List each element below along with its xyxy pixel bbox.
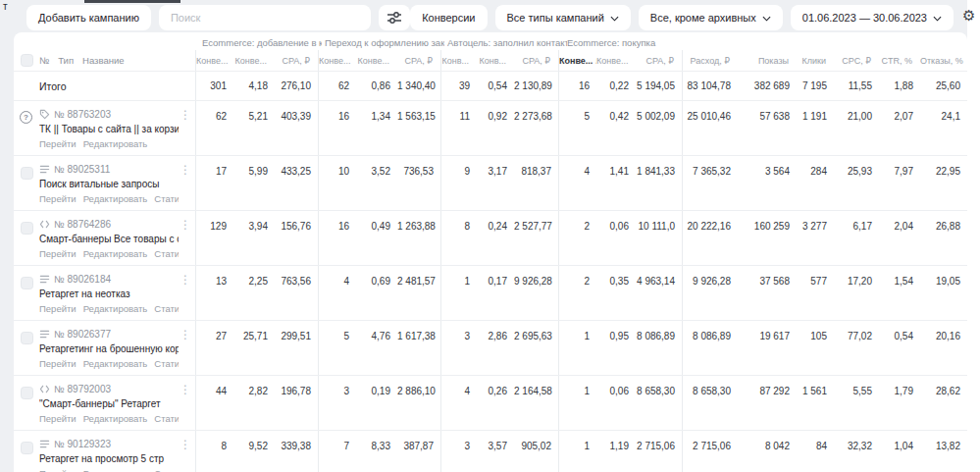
kebab-menu-icon[interactable]: ⋮	[180, 218, 191, 232]
metric-cell: 2 695,63	[514, 321, 559, 375]
campaign-name[interactable]: Ретаргет на неотказ	[39, 288, 179, 299]
archive-filter[interactable]: Все, кроме архивных	[639, 5, 783, 30]
campaign-link[interactable]: Редактировать	[83, 358, 148, 369]
campaign-link[interactable]: Статистика	[154, 358, 179, 369]
campaign-link[interactable]: Редактировать	[83, 248, 148, 259]
campaign-number-line: № 88764286	[39, 219, 179, 230]
metric-column-header[interactable]: Отказы, %	[920, 50, 967, 71]
totals-metric-cell: 1 340,40	[397, 72, 441, 100]
campaign-link[interactable]: Статистика	[154, 413, 179, 424]
metric-cell: 5,99	[233, 156, 275, 210]
campaign-cell: № 89792003"Смарт-баннеры" РетаргетПерейт…	[14, 376, 196, 430]
campaign-link[interactable]: Перейти	[39, 193, 77, 204]
metric-cell: 736,53	[397, 156, 441, 210]
column-header-name[interactable]: Название	[82, 55, 124, 66]
campaign-link[interactable]: Статистика	[154, 248, 179, 259]
metric-column-header[interactable]: Конв...	[441, 50, 477, 71]
scrollbar-track[interactable]	[967, 0, 980, 472]
metric-column-header[interactable]: CPA, ₽	[275, 50, 319, 71]
metric-cell: 129	[196, 211, 233, 265]
metric-column-header[interactable]: Конве...	[196, 50, 233, 71]
campaign-link[interactable]: Редактировать	[83, 193, 148, 204]
group-header-autogoal: Автоцель: заполнил контакт...	[447, 37, 567, 48]
chevron-down-icon	[933, 12, 942, 24]
metric-column-header[interactable]: CPA, ₽	[514, 50, 559, 71]
metric-cell: 2,07	[879, 101, 920, 155]
row-checkbox[interactable]	[21, 442, 33, 454]
totals-metric-cell: 11,55	[834, 72, 879, 100]
kebab-menu-icon[interactable]: ⋮	[180, 273, 191, 287]
campaign-name[interactable]: ТК || Товары с сайта || за корзину	[39, 124, 179, 134]
kebab-menu-icon[interactable]: ⋮	[180, 328, 191, 341]
metric-column-header[interactable]: Конв...	[477, 50, 514, 71]
metric-column-header[interactable]: Показы	[738, 50, 797, 71]
row-checkbox[interactable]	[21, 332, 33, 344]
campaign-link[interactable]: Перейти	[39, 138, 77, 149]
campaign-link[interactable]: Перейти	[39, 358, 77, 369]
date-range-picker[interactable]: 01.06.2023 — 30.06.2023	[791, 5, 954, 30]
select-all-checkbox[interactable]	[21, 54, 33, 67]
campaign-link[interactable]: Перейти	[39, 248, 77, 259]
campaign-row: № 89026184Ретаргет на неотказПерейтиРеда…	[14, 266, 967, 321]
kebab-menu-icon[interactable]: ⋮	[180, 383, 191, 396]
gear-icon[interactable]: ⚙	[962, 7, 975, 25]
campaign-link[interactable]: Перейти	[39, 413, 77, 424]
metric-column-header[interactable]: Конве...	[596, 50, 636, 71]
row-checkbox[interactable]	[21, 167, 33, 180]
campaign-link[interactable]: Редактировать	[83, 413, 148, 424]
campaign-link[interactable]: Перейти	[39, 303, 77, 314]
metric-column-header[interactable]: CTR, %	[879, 50, 920, 71]
metric-column-header[interactable]: CPA, ₽	[397, 50, 441, 71]
metric-cell: 0,06	[596, 211, 636, 265]
metric-cell: 1 617,38	[397, 321, 441, 375]
campaign-link[interactable]: Редактировать	[83, 468, 148, 472]
campaign-name[interactable]: Смарт-баннеры Все товары с сайта лал	[39, 234, 179, 244]
kebab-menu-icon[interactable]: ⋮	[180, 438, 191, 451]
metric-column-header[interactable]: Конве...	[233, 50, 275, 71]
campaign-number-line: № 89792003	[39, 384, 179, 394]
row-checkbox[interactable]	[21, 277, 33, 289]
campaign-links: ПерейтиРедактироватьСтатистика	[39, 358, 179, 369]
metric-cell: 0,54	[879, 321, 920, 375]
metric-column-header[interactable]: CPA, ₽	[636, 50, 683, 71]
campaign-row: № 89026377Ретаргетинг на брошенную корзи…	[14, 321, 967, 376]
search-input[interactable]	[159, 5, 371, 30]
metric-column-header[interactable]: Конве...↓	[559, 50, 596, 71]
row-checkbox[interactable]	[21, 222, 33, 235]
metric-column-header[interactable]: Конве...	[319, 50, 356, 71]
column-header-type[interactable]: Тип	[58, 55, 74, 66]
row-checkbox[interactable]	[21, 387, 33, 399]
campaign-link[interactable]: Редактировать	[83, 138, 148, 149]
metric-cell: 577	[797, 266, 834, 320]
campaign-link[interactable]: Редактировать	[83, 303, 148, 314]
metric-cell: 26,88	[920, 211, 967, 265]
metric-column-header[interactable]: Конве...	[356, 50, 397, 71]
metric-column-header[interactable]: Расход, ₽	[683, 50, 738, 71]
campaign-name[interactable]: Ретаргет на просмотр 5 стр	[39, 453, 179, 464]
conversions-button[interactable]: Конверсии	[410, 5, 487, 30]
kebab-menu-icon[interactable]: ⋮	[180, 163, 191, 177]
metric-cell: 20,16	[920, 321, 967, 375]
add-campaign-button[interactable]: Добавить кампанию	[26, 5, 151, 30]
metric-column-header[interactable]: Клики	[797, 50, 834, 71]
metric-cell: 3	[441, 431, 477, 472]
totals-row: Итого3014,18276,10620,861 340,40390,542 …	[14, 72, 967, 101]
campaign-name[interactable]: "Смарт-баннеры" Ретаргет	[39, 398, 179, 409]
campaign-link[interactable]: Статистика	[154, 193, 179, 204]
campaign-name[interactable]: Ретаргетинг на брошенную корзину	[39, 343, 179, 354]
campaign-link[interactable]: Статистика	[154, 303, 179, 314]
metric-cell: 5,55	[834, 376, 879, 430]
metric-cell: 0,49	[356, 211, 397, 265]
filter-sliders-button[interactable]	[379, 5, 410, 30]
metric-cell: 1,04	[879, 431, 920, 472]
column-header-number[interactable]: №	[39, 55, 49, 66]
totals-metric-cell: 5 194,05	[636, 72, 683, 100]
text-campaign-type-icon	[39, 274, 50, 285]
campaign-link[interactable]: Перейти	[39, 468, 77, 472]
kebab-menu-icon[interactable]: ⋮	[180, 108, 191, 122]
campaign-type-filter[interactable]: Все типы кампаний	[495, 5, 631, 30]
totals-metric-cell: 4,18	[233, 72, 275, 100]
metric-column-header[interactable]: CPC, ₽	[834, 50, 879, 71]
campaign-name[interactable]: Поиск витальные запросы	[39, 179, 179, 189]
campaign-link[interactable]: Статистика	[154, 468, 179, 472]
